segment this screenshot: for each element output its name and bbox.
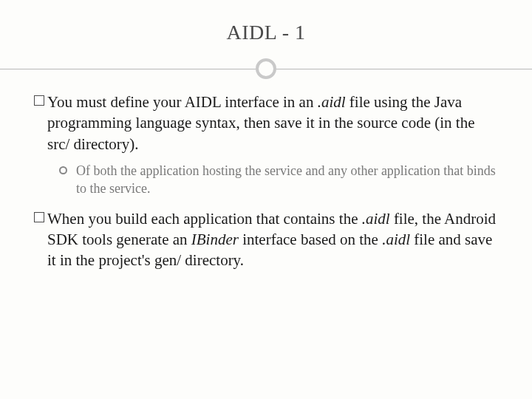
text-run: interface based on the: [239, 231, 382, 248]
text-run: When you build each application that con…: [47, 210, 362, 228]
sub-list-item: Of both the application hosting the serv…: [59, 162, 498, 198]
list-item: When you build each application that con…: [34, 208, 498, 271]
circle-bullet-icon: [59, 166, 67, 174]
slide: AIDL - 1 You must define your AIDL inter…: [0, 0, 532, 399]
italic-text: .aidl: [318, 93, 346, 111]
bullet-text: You must define your AIDL interface in a…: [47, 92, 498, 154]
square-bullet-icon: [34, 95, 44, 106]
sub-bullet-text: Of both the application hosting the serv…: [76, 162, 498, 198]
content-area: You must define your AIDL interface in a…: [30, 92, 502, 271]
list-item: You must define your AIDL interface in a…: [34, 92, 498, 154]
italic-text: .aidl: [382, 231, 410, 248]
italic-text: IBinder: [191, 231, 239, 248]
divider: [30, 58, 502, 80]
bullet-text: When you build each application that con…: [47, 208, 498, 271]
square-bullet-icon: [34, 212, 44, 222]
text-run: You must define your AIDL interface in a…: [47, 93, 318, 111]
circle-icon: [256, 58, 276, 79]
page-title: AIDL - 1: [30, 21, 502, 44]
italic-text: .aidl: [362, 210, 390, 228]
